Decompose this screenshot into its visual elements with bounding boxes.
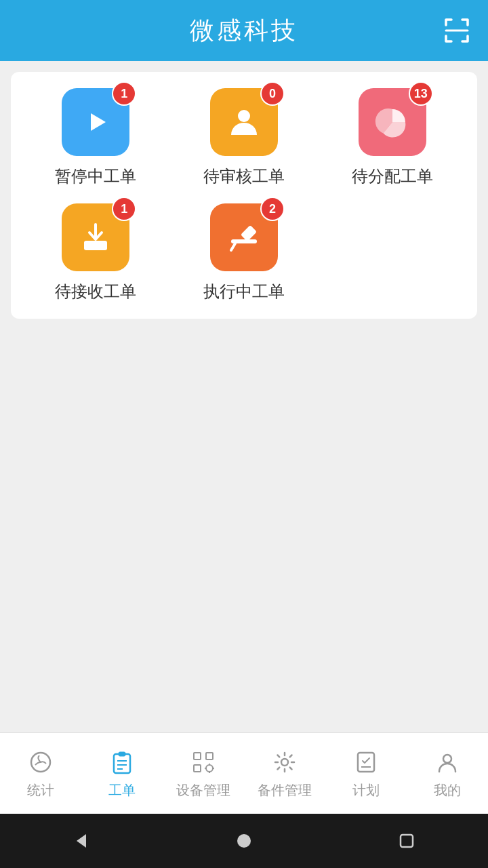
- nav-equipment[interactable]: 设备管理: [163, 747, 244, 800]
- workorder-executing[interactable]: 2 执行中工单: [170, 203, 319, 302]
- app-header: 微感科技: [0, 0, 488, 61]
- gear-grid-icon: [188, 747, 218, 777]
- nav-workorder-label: 工单: [108, 781, 136, 800]
- svg-rect-12: [194, 753, 201, 760]
- executing-label: 执行中工单: [203, 281, 285, 302]
- review-label: 待审核工单: [203, 165, 285, 187]
- svg-point-23: [443, 755, 451, 763]
- workorder-pending-review[interactable]: 0 待审核工单: [170, 88, 319, 187]
- app-title: 微感科技: [190, 14, 298, 47]
- nav-equipment-label: 设备管理: [176, 781, 230, 800]
- nav-parts-label: 备件管理: [258, 781, 312, 800]
- assign-icon-wrapper: 13: [359, 88, 426, 156]
- nav-workorder[interactable]: 工单: [81, 747, 163, 800]
- checklist-icon: [351, 747, 381, 777]
- clipboard-icon: [107, 747, 137, 777]
- paused-icon-wrapper: 1: [62, 88, 129, 156]
- svg-rect-14: [194, 765, 201, 772]
- executing-icon-wrapper: 2: [210, 203, 278, 271]
- receive-icon-wrapper: 1: [62, 203, 129, 271]
- nav-stats-label: 统计: [27, 781, 54, 800]
- review-badge: 0: [260, 81, 285, 106]
- svg-rect-26: [401, 835, 413, 847]
- bottom-navigation: 统计 工单 设: [0, 732, 488, 814]
- svg-rect-7: [114, 754, 130, 773]
- person-circle-icon: [432, 747, 462, 777]
- home-button[interactable]: [230, 827, 258, 854]
- svg-rect-13: [206, 753, 213, 760]
- system-navigation-bar: [0, 814, 488, 868]
- nav-mine-label: 我的: [434, 781, 461, 800]
- scan-button[interactable]: [442, 16, 472, 45]
- paused-badge: 1: [112, 81, 136, 106]
- back-button[interactable]: [68, 827, 95, 854]
- receive-badge: 1: [112, 197, 136, 221]
- review-icon-wrapper: 0: [210, 88, 278, 156]
- svg-point-15: [206, 765, 213, 772]
- executing-badge: 2: [260, 197, 285, 221]
- svg-rect-3: [84, 241, 107, 250]
- svg-marker-24: [77, 834, 86, 848]
- receive-label: 待接收工单: [55, 281, 136, 302]
- svg-rect-5: [241, 225, 257, 241]
- assign-badge: 13: [409, 81, 433, 106]
- svg-rect-8: [119, 752, 125, 756]
- svg-point-25: [237, 834, 251, 848]
- workorder-card: 1 暂停中工单 0 待审核工单: [11, 72, 477, 319]
- main-content: 1 暂停中工单 0 待审核工单: [0, 61, 488, 732]
- svg-marker-1: [91, 113, 106, 131]
- assign-label: 待分配工单: [352, 165, 433, 187]
- svg-point-2: [238, 110, 250, 122]
- settings-icon: [270, 747, 300, 777]
- recents-button[interactable]: [393, 827, 420, 854]
- nav-parts[interactable]: 备件管理: [244, 747, 325, 800]
- workorder-paused[interactable]: 1 暂停中工单: [22, 88, 170, 187]
- nav-mine[interactable]: 我的: [407, 747, 488, 800]
- chart-icon: [26, 747, 56, 777]
- svg-point-20: [281, 759, 288, 766]
- nav-plan[interactable]: 计划: [325, 747, 407, 800]
- workorder-pending-receive[interactable]: 1 待接收工单: [22, 203, 170, 302]
- paused-label: 暂停中工单: [55, 165, 136, 187]
- nav-plan-label: 计划: [352, 781, 380, 800]
- nav-stats[interactable]: 统计: [0, 747, 81, 800]
- workorder-pending-assign[interactable]: 13 待分配工单: [318, 88, 466, 187]
